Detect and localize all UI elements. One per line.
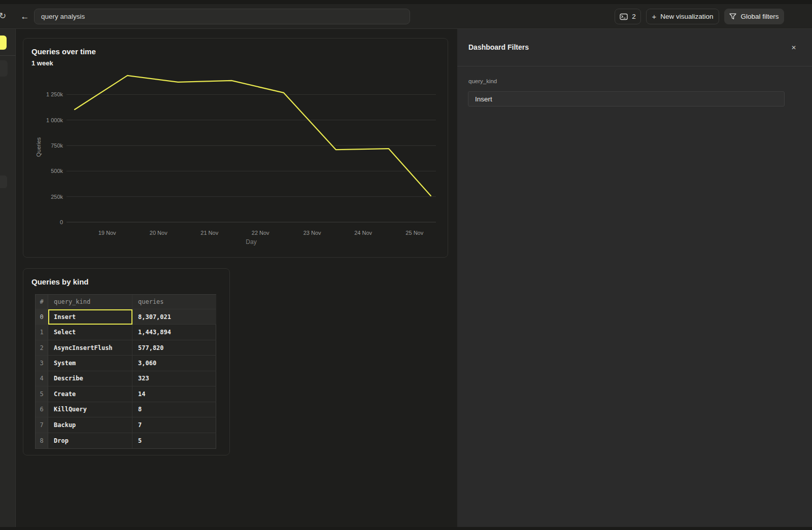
y-tick-label: 1 250k — [46, 91, 63, 97]
y-tick-label: 500k — [51, 168, 63, 174]
row-index-cell: 3 — [36, 356, 48, 371]
y-tick-label: 750k — [51, 143, 63, 149]
window-bottom-edge — [0, 527, 812, 530]
queries-value-cell[interactable]: 5 — [132, 433, 216, 448]
row-index-cell: 4 — [36, 371, 48, 386]
column-header-query_kind[interactable]: query_kind — [48, 295, 132, 309]
table-row: 4 Describe 323 — [36, 371, 216, 386]
query-kind-cell[interactable]: Select — [48, 325, 132, 340]
queries-value-cell[interactable]: 8 — [132, 402, 216, 417]
filters-panel-title: Dashboard Filters — [468, 43, 529, 51]
table-row: 3 System 3,060 — [36, 356, 216, 371]
sidebar-item-3[interactable] — [0, 175, 7, 188]
console-tab-count: 2 — [632, 13, 636, 20]
queries-value-cell[interactable]: 1,443,894 — [132, 325, 216, 340]
row-index-cell: 7 — [36, 417, 48, 433]
queries-over-time-card: Queries over time 1 week 0250k500k750k1 … — [23, 38, 448, 258]
query-kind-cell[interactable]: System — [48, 356, 132, 371]
table-row: 0 Insert 8,307,021 — [36, 309, 216, 325]
query-kind-filter-input[interactable] — [468, 91, 785, 107]
global-filters-label: Global filters — [740, 13, 779, 20]
row-index-cell: 8 — [36, 433, 48, 448]
x-axis-label: Day — [246, 238, 256, 245]
x-tick-label: 22 Nov — [252, 230, 269, 236]
y-axis-label: Queries — [36, 137, 42, 157]
table-row: 2 AsyncInsertFlush 577,820 — [36, 340, 216, 356]
queries-value-cell[interactable]: 8,307,021 — [132, 309, 216, 325]
table-row: 7 Backup 7 — [36, 417, 216, 433]
console-tab-count-button[interactable]: 2 — [615, 9, 641, 24]
sidebar-item-2[interactable] — [0, 60, 8, 77]
x-tick-label: 23 Nov — [303, 230, 321, 236]
row-index-cell: 5 — [36, 386, 48, 402]
table-body: 0 Insert 8,307,021 1 Select 1,443,894 2 … — [36, 309, 216, 448]
x-tick-label: 19 Nov — [98, 230, 116, 236]
x-tick-label: 21 Nov — [200, 230, 218, 236]
new-visualization-button[interactable]: + New visualization — [646, 9, 719, 24]
y-tick-label: 0 — [60, 219, 63, 225]
sidebar-item-active[interactable] — [0, 36, 7, 50]
y-tick-label: 1 000k — [46, 117, 63, 123]
row-index-cell: 2 — [36, 340, 48, 356]
global-filters-button[interactable]: Global filters — [724, 9, 784, 24]
plus-icon: + — [652, 12, 656, 21]
query-kind-cell[interactable]: Describe — [48, 371, 132, 386]
queries-value-cell[interactable]: 577,820 — [132, 340, 216, 356]
query-kind-cell[interactable]: AsyncInsertFlush — [48, 340, 132, 356]
table-title: Queries by kind — [31, 277, 89, 286]
x-tick-label: 25 Nov — [405, 230, 423, 236]
dashboard-title-input[interactable] — [34, 9, 410, 24]
refresh-icon[interactable]: ↻ — [0, 10, 9, 23]
query-kind-cell[interactable]: KillQuery — [48, 402, 132, 417]
queries-value-cell[interactable]: 14 — [132, 386, 216, 402]
sidebar-divider — [0, 55, 16, 56]
column-header-index[interactable]: # — [36, 295, 48, 309]
table-row: 1 Select 1,443,894 — [36, 325, 216, 340]
query-kind-cell[interactable]: Create — [48, 386, 132, 402]
panel-divider — [457, 66, 812, 66]
x-tick-label: 20 Nov — [150, 230, 167, 236]
filter-field-label: query_kind — [468, 78, 497, 84]
queries-value-cell[interactable]: 323 — [132, 371, 216, 386]
console-icon — [620, 13, 628, 20]
table-row: 6 KillQuery 8 — [36, 402, 216, 417]
left-sidebar — [0, 29, 16, 527]
queries-line-chart[interactable]: 0250k500k750k1 000k1 250k19 Nov20 Nov21 … — [23, 39, 448, 257]
queries-by-kind-card: Queries by kind #query_kindqueries 0 Ins… — [23, 268, 230, 455]
table-header-row: #query_kindqueries — [36, 295, 216, 309]
series-line-queries — [75, 76, 431, 196]
queries-by-kind-table: #query_kindqueries 0 Insert 8,307,021 1 … — [35, 294, 216, 449]
funnel-icon — [729, 13, 736, 20]
topbar: ↻ ← 2 + New visualization Global filters — [0, 4, 812, 29]
query-kind-cell[interactable]: Backup — [48, 417, 132, 433]
row-index-cell: 6 — [36, 402, 48, 417]
row-index-cell: 1 — [36, 325, 48, 340]
table-row: 8 Drop 5 — [36, 433, 216, 448]
queries-value-cell[interactable]: 3,060 — [132, 356, 216, 371]
new-visualization-label: New visualization — [660, 13, 713, 20]
window-top-edge — [0, 0, 812, 4]
dashboard-filters-panel: Dashboard Filters ✕ query_kind — [457, 29, 812, 527]
x-tick-label: 24 Nov — [354, 230, 372, 236]
close-icon[interactable]: ✕ — [788, 42, 799, 53]
y-tick-label: 250k — [51, 194, 63, 200]
table-row: 5 Create 14 — [36, 386, 216, 402]
column-header-queries[interactable]: queries — [132, 295, 216, 309]
row-index-cell: 0 — [36, 309, 48, 325]
back-button[interactable]: ← — [18, 10, 31, 23]
query-kind-cell[interactable]: Drop — [48, 433, 132, 448]
query-kind-cell[interactable]: Insert — [48, 309, 132, 325]
queries-value-cell[interactable]: 7 — [132, 417, 216, 433]
